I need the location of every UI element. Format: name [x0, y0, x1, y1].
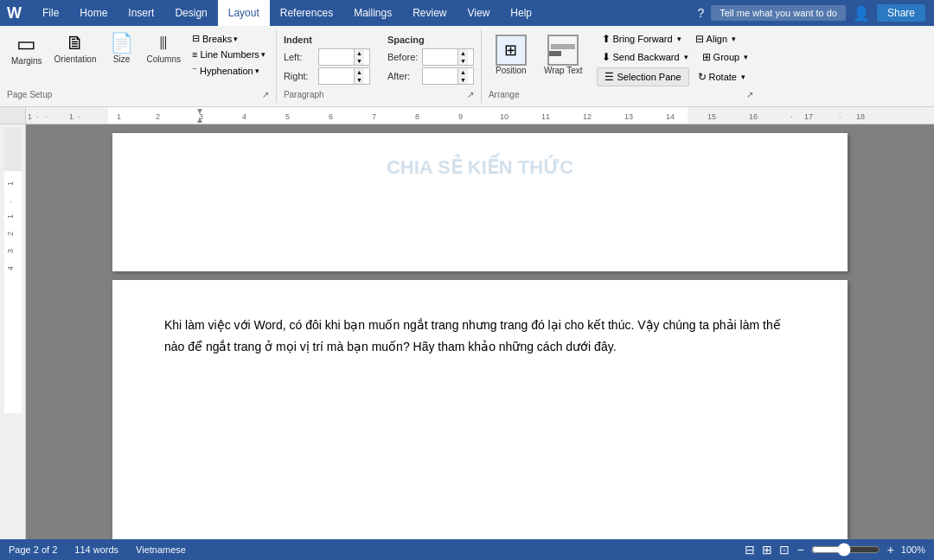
after-spacing-value[interactable]: 8 pt — [423, 71, 457, 81]
send-backward-button[interactable]: ⬇ Send Backward ▾ — [597, 49, 694, 65]
page-2-text: Khi làm việc với Word, có đôi khi bạn mu… — [164, 315, 796, 358]
send-backward-icon: ⬇ — [602, 51, 611, 63]
right-indent-down[interactable]: ▼ — [355, 76, 364, 84]
right-indent-up[interactable]: ▲ — [355, 68, 364, 76]
group-button[interactable]: ⊞ Group ▾ — [697, 49, 754, 65]
svg-rect-29 — [4, 171, 22, 413]
arrange-group-content: ⊞ Position Wrap Text ⬆ — [489, 31, 753, 88]
zoom-minus[interactable]: − — [796, 543, 803, 557]
after-spacing-spinners: ▲ ▼ — [457, 68, 468, 84]
after-spacing-down[interactable]: ▼ — [458, 76, 468, 84]
share-button[interactable]: Share — [877, 4, 925, 22]
before-spacing-value[interactable]: 18 pt — [423, 52, 457, 62]
left-indent-input[interactable]: 0 cm ▲ ▼ — [318, 48, 370, 66]
selection-pane-button[interactable]: ☰ Selection Pane — [597, 67, 689, 86]
wrap-text-button[interactable]: Wrap Text — [537, 31, 590, 79]
title-bar-right: ? Tell me what you want to do 👤 Share — [688, 0, 934, 26]
menu-file[interactable]: File — [32, 0, 69, 26]
right-indent-value[interactable]: 0 cm — [319, 71, 354, 81]
right-indent-input[interactable]: 0 cm ▲ ▼ — [318, 67, 370, 85]
margins-button[interactable]: ▭ Margins — [7, 31, 47, 68]
left-indent-up[interactable]: ▲ — [355, 49, 364, 57]
word-icon: W — [7, 4, 22, 22]
svg-text:·: · — [45, 112, 48, 121]
orientation-button[interactable]: 🗎 Orientation — [50, 31, 101, 68]
line-numbers-label: Line Numbers — [200, 49, 259, 60]
arrange-row2: ⬇ Send Backward ▾ ⊞ Group ▾ — [597, 49, 754, 65]
left-indent-down[interactable]: ▼ — [355, 57, 364, 65]
svg-text:1: 1 — [6, 181, 15, 186]
menu-references[interactable]: References — [270, 0, 343, 26]
selection-pane-icon: ☰ — [605, 71, 614, 83]
page-setup-label-row: Page Setup ↗ — [7, 88, 269, 101]
left-indent-label: Left: — [284, 52, 315, 62]
before-spacing-down[interactable]: ▼ — [458, 57, 468, 65]
menu-design[interactable]: Design — [164, 0, 217, 26]
align-icon: ⊟ — [695, 33, 704, 45]
spacing-label: Spacing — [387, 35, 474, 45]
menu-home[interactable]: Home — [69, 0, 118, 26]
size-button[interactable]: 📄 Size — [105, 31, 139, 68]
paragraph-group: Indent Left: 0 cm ▲ ▼ — [277, 29, 482, 103]
svg-text:·: · — [6, 200, 15, 203]
position-button[interactable]: ⊞ Position — [489, 31, 534, 79]
menu-help[interactable]: Help — [500, 0, 542, 26]
hyphenation-icon: ⁻ — [192, 65, 197, 76]
arrange-row1: ⬆ Bring Forward ▾ ⊟ Align ▾ — [597, 31, 754, 47]
after-spacing-input[interactable]: 8 pt ▲ ▼ — [422, 67, 474, 85]
menu-mailings[interactable]: Mailings — [343, 0, 402, 26]
send-backward-arrow: ▾ — [684, 53, 688, 61]
before-spacing-row: Before: 18 pt ▲ ▼ — [387, 48, 474, 66]
columns-icon: ⫴ — [159, 34, 168, 53]
pages-area[interactable]: CHIA SẺ KIẾN THỨC Khi làm việc với Word,… — [26, 124, 934, 539]
after-spacing-label: After: — [387, 71, 419, 81]
bring-forward-label: Bring Forward — [613, 34, 673, 44]
columns-button[interactable]: ⫴ Columns — [143, 31, 185, 68]
align-label: Align — [707, 34, 727, 44]
left-indent-value[interactable]: 0 cm — [319, 52, 354, 62]
position-icon: ⊞ — [496, 35, 527, 66]
menu-view[interactable]: View — [457, 0, 501, 26]
svg-text:1: 1 — [117, 112, 121, 121]
view-web-icon[interactable]: ⊡ — [779, 543, 790, 557]
zoom-plus[interactable]: + — [887, 543, 894, 557]
status-bar: Page 2 of 2 114 words Vietnamese ⊟ ⊞ ⊡ −… — [0, 539, 934, 560]
align-button[interactable]: ⊟ Align ▾ — [690, 31, 741, 47]
zoom-level: 100% — [901, 544, 925, 555]
svg-text:·: · — [839, 112, 841, 121]
left-indent-spinners: ▲ ▼ — [354, 49, 364, 65]
line-numbers-button[interactable]: ≡ Line Numbers ▾ — [189, 48, 269, 61]
ruler-corner — [0, 107, 26, 124]
view-normal-icon[interactable]: ⊟ — [745, 543, 755, 557]
after-spacing-up[interactable]: ▲ — [458, 68, 468, 76]
svg-text:1: 1 — [69, 112, 74, 121]
menu-review[interactable]: Review — [402, 0, 457, 26]
view-page-icon[interactable]: ⊞ — [762, 543, 772, 557]
ruler-vertical: 1 · 1 2 3 4 — [0, 124, 26, 539]
page-setup-expand[interactable]: ↗ — [262, 90, 269, 99]
before-spacing-label: Before: — [387, 52, 419, 62]
menu-layout[interactable]: Layout — [218, 0, 270, 26]
help-icon[interactable]: ? — [697, 6, 704, 20]
paragraph-expand[interactable]: ↗ — [467, 90, 474, 99]
hyphenation-button[interactable]: ⁻ Hyphenation ▾ — [189, 63, 269, 78]
svg-text:6: 6 — [329, 112, 333, 121]
orientation-label: Orientation — [54, 54, 97, 64]
columns-label: Columns — [147, 54, 181, 64]
bring-forward-button[interactable]: ⬆ Bring Forward ▾ — [597, 31, 687, 47]
before-spacing-up[interactable]: ▲ — [458, 49, 468, 57]
arrange-expand[interactable]: ↗ — [746, 90, 753, 99]
breaks-icon: ⊟ — [192, 33, 200, 44]
zoom-slider[interactable] — [811, 543, 880, 557]
rotate-button[interactable]: ↻ Rotate ▾ — [693, 67, 751, 86]
breaks-arrow: ▾ — [234, 35, 238, 43]
bring-forward-arrow: ▾ — [677, 35, 681, 43]
breaks-button[interactable]: ⊟ Breaks ▾ — [189, 31, 269, 46]
before-spacing-input[interactable]: 18 pt ▲ ▼ — [422, 48, 474, 66]
search-box[interactable]: Tell me what you want to do — [711, 5, 846, 21]
align-arrow: ▾ — [732, 35, 736, 43]
menu-insert[interactable]: Insert — [118, 0, 164, 26]
right-indent-spinners: ▲ ▼ — [354, 68, 364, 84]
bring-forward-icon: ⬆ — [602, 33, 611, 45]
group-icon: ⊞ — [702, 51, 711, 63]
